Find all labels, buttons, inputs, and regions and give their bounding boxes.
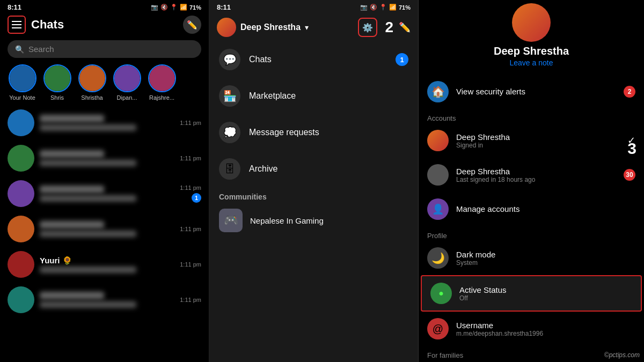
panel-profile: Deep Shrestha Leave a note 🏠 View securi… <box>419 0 644 362</box>
message-requests-label: Message requests <box>249 128 319 137</box>
leave-note-button[interactable]: Leave a note <box>426 58 636 67</box>
hamburger-line-2 <box>12 24 21 25</box>
username-item[interactable]: @ Username m.me/deepshan.shrestha1996 <box>419 312 644 346</box>
status-bar-1: 8:11 📷 🔇 📍 📶 71% <box>0 0 209 13</box>
menu-item-marketplace[interactable]: 🏪 Marketplace <box>209 78 418 114</box>
story-avatar-4 <box>113 64 141 92</box>
account-name-1: Deep Shrestha <box>456 132 620 142</box>
step-annotation-2: 2 <box>385 19 393 36</box>
story-avatar-3 <box>78 64 106 92</box>
chat-avatar-6 <box>8 286 34 313</box>
account-sub-1: Signed in <box>456 142 620 149</box>
chat-info-1 <box>40 115 174 131</box>
archive-label: Archive <box>249 164 277 174</box>
chats-header: Chats ✏️ <box>0 13 209 38</box>
chat-avatar-4 <box>8 216 34 242</box>
hamburger-button[interactable] <box>8 16 26 34</box>
menu-item-archive[interactable]: 🗄 Archive <box>209 151 418 187</box>
chat-avatar-5 <box>8 251 34 278</box>
account-badge-2: 30 <box>624 169 635 181</box>
dark-mode-title: Dark mode <box>456 250 635 259</box>
active-status-title: Active Status <box>459 285 632 294</box>
chat-meta-6: 1:11 pm <box>180 297 201 303</box>
chat-time-6: 1:11 pm <box>180 297 201 303</box>
chat-preview-1 <box>40 124 136 131</box>
chat-preview-4 <box>40 231 136 237</box>
chat-name-3 <box>40 186 104 193</box>
chat-preview-3 <box>40 195 136 202</box>
account-avatar-2 <box>427 164 449 186</box>
edit-button[interactable]: ✏️ <box>183 16 201 34</box>
time-2: 8:11 <box>217 3 231 11</box>
chat-info-5: Yuuri 🌻 <box>40 256 174 273</box>
account-item-1[interactable]: Deep Shrestha Signed in ✓ <box>419 123 644 158</box>
panel-menu: 8:11 📷 🔇 📍 📶 71% Deep Shrestha ▾ ⚙️ 2 ✏️… <box>209 0 419 362</box>
chat-item-2[interactable]: 1:11 pm <box>0 141 209 176</box>
marketplace-menu-icon: 🏪 <box>219 85 240 107</box>
search-bar[interactable]: 🔍 Search <box>8 40 201 58</box>
chat-time-1: 1:11 pm <box>180 120 201 126</box>
story-your-note[interactable]: Your Note <box>8 64 37 101</box>
account-item-2[interactable]: Deep Shrestha Last signed in 18 hours ag… <box>419 158 644 192</box>
manage-accounts-label: Manage accounts <box>456 204 519 213</box>
chat-info-6 <box>40 292 174 308</box>
chat-info-4 <box>40 221 174 237</box>
dark-mode-item[interactable]: 🌙 Dark mode System <box>419 241 644 275</box>
your-note-label: Your Note <box>9 94 35 101</box>
watermark: ©pctips.com <box>604 351 640 359</box>
pencil-icon[interactable]: ✏️ <box>399 21 411 33</box>
menu-user-info[interactable]: Deep Shrestha ▾ <box>217 18 309 37</box>
chat-avatar-2 <box>8 145 34 172</box>
dark-mode-text: Dark mode System <box>456 250 635 267</box>
status-icons-2: 📷 🔇 📍 📶 71% <box>360 4 411 11</box>
location-icon-2: 📍 <box>379 4 387 11</box>
account-text-1: Deep Shrestha Signed in <box>456 132 620 149</box>
chat-item-5[interactable]: Yuuri 🌻 1:11 pm <box>0 247 209 282</box>
volume-icon: 🔇 <box>160 4 168 11</box>
active-status-text: Active Status Off <box>459 285 632 302</box>
story-4[interactable]: Dipan... <box>112 64 142 101</box>
story-2[interactable]: Shris <box>42 64 72 101</box>
security-alerts-item[interactable]: 🏠 View security alerts 2 <box>419 75 644 109</box>
manage-accounts-text: Manage accounts <box>456 204 635 214</box>
chats-menu-icon: 💬 <box>219 49 240 70</box>
chat-name-5: Yuuri 🌻 <box>40 256 174 265</box>
chats-menu-label: Chats <box>249 55 272 64</box>
username-sub: m.me/deepshan.shrestha1996 <box>456 330 635 337</box>
chat-time-5: 1:11 pm <box>180 261 201 268</box>
volume-icon-2: 🔇 <box>370 4 377 11</box>
menu-user-avatar <box>217 18 236 37</box>
gear-icon: ⚙️ <box>362 23 373 33</box>
dark-mode-icon: 🌙 <box>427 247 449 269</box>
active-status-item[interactable]: ● Active Status Off <box>421 275 642 312</box>
active-status-icon: ● <box>430 283 452 304</box>
account-name-2: Deep Shrestha <box>456 167 616 176</box>
story-3[interactable]: Shristha <box>77 64 107 101</box>
chat-name-4 <box>40 221 104 228</box>
story-name-4: Dipan... <box>117 94 137 101</box>
camera-icon: 📷 <box>151 4 158 11</box>
chat-item-3[interactable]: 1:11 pm 1 <box>0 176 209 211</box>
username-title: Username <box>456 321 635 330</box>
settings-button[interactable]: ⚙️ <box>358 18 377 37</box>
chat-item-4[interactable]: 1:11 pm <box>0 211 209 247</box>
hamburger-line-1 <box>12 21 21 22</box>
chat-meta-5: 1:11 pm <box>180 261 201 268</box>
chats-badge: 1 <box>396 53 408 66</box>
menu-item-message-requests[interactable]: 💭 Message requests <box>209 114 418 151</box>
community-item[interactable]: 🎮 Nepalese In Gaming <box>209 203 418 238</box>
chat-item-1[interactable]: 1:11 pm <box>0 105 209 141</box>
chat-info-3 <box>40 186 174 202</box>
story-5[interactable]: Rajshre... <box>147 64 177 101</box>
communities-section-label: Communities <box>209 187 418 203</box>
time-1: 8:11 <box>8 3 21 11</box>
account-text-2: Deep Shrestha Last signed in 18 hours ag… <box>456 167 616 183</box>
username-icon: @ <box>427 318 449 339</box>
status-bar-2: 8:11 📷 🔇 📍 📶 71% <box>209 0 418 13</box>
security-title: View security alerts <box>456 87 525 96</box>
chat-item-6[interactable]: 1:11 pm <box>0 282 209 317</box>
manage-accounts-item[interactable]: 👤 Manage accounts <box>419 192 644 226</box>
security-icon: 🏠 <box>427 81 449 102</box>
menu-item-chats[interactable]: 💬 Chats 1 <box>209 41 418 78</box>
username-text: Username m.me/deepshan.shrestha1996 <box>456 321 635 337</box>
